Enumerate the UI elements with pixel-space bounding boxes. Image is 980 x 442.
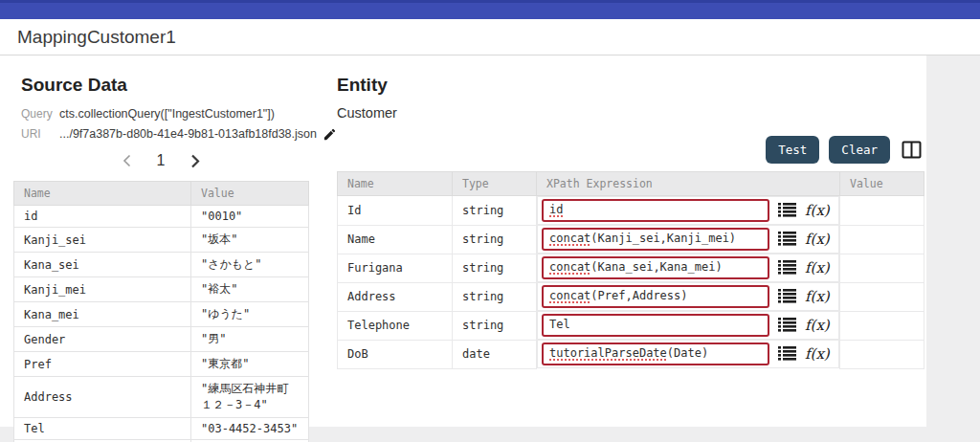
entity-value-cell (840, 196, 924, 226)
xpath-expression-input[interactable]: Tel (542, 314, 769, 337)
main-panel: Source Data Query cts.collectionQuery(["… (0, 55, 926, 427)
entity-property-name: Furigana (338, 254, 453, 282)
entity-property-name: Address (338, 282, 453, 311)
function-picker-icon[interactable]: f(x) (805, 345, 830, 363)
source-field-name: Tel (14, 418, 191, 440)
xpath-cell: idf(x) (537, 196, 839, 225)
uri-row: URI .../9f7a387b-d80b-41e4-9b81-013afb18… (21, 125, 309, 143)
entity-panel: Entity Customer Test Clear Name Type XPa… (337, 69, 924, 427)
app-header-bar (0, 0, 980, 19)
source-field-name: Pref (14, 352, 191, 377)
entity-property-name: DoB (338, 340, 453, 368)
source-field-value: "ゆうた" (191, 302, 309, 327)
table-row: Gender"男" (14, 327, 309, 352)
entity-name: Customer (337, 105, 924, 121)
table-row: Kanji_sei"坂本" (14, 228, 309, 253)
function-picker-icon[interactable]: f(x) (805, 231, 830, 248)
source-fields-list-icon[interactable] (778, 260, 796, 276)
entity-col-name: Name (338, 172, 453, 196)
edit-uri-icon[interactable] (323, 127, 337, 142)
table-row: DoBdatetutorialParseDate(Date)f(x) (338, 340, 924, 368)
source-field-name: Kanji_sei (14, 228, 191, 253)
entity-property-name: Telephone (338, 311, 453, 340)
source-data-panel: Source Data Query cts.collectionQuery(["… (13, 69, 309, 427)
entity-toolbar: Test Clear (337, 136, 922, 164)
source-field-value: "裕太" (191, 277, 309, 302)
entity-property-type: date (453, 340, 537, 368)
table-row: Address"練馬区石神井町１２－3－4" (14, 377, 309, 418)
uri-label: URI (21, 125, 59, 143)
table-row: Furiganastringconcat(Kana_sei,Kana_mei)f… (338, 254, 924, 282)
table-row: Tel"03-4452-3453" (14, 418, 309, 440)
entity-property-name: Id (338, 196, 453, 226)
pagination: 1 (13, 148, 309, 173)
query-row: Query cts.collectionQuery(["IngestCustom… (21, 105, 309, 122)
entity-value-cell (840, 282, 924, 311)
table-row: Pref"東京都" (14, 352, 309, 377)
xpath-cell: concat(Pref,Address)f(x) (537, 282, 839, 311)
entity-property-type: string (453, 196, 537, 226)
xpath-cell: concat(Kanji_sei,Kanji_mei)f(x) (537, 225, 839, 254)
source-field-value: "男" (191, 327, 309, 352)
function-picker-icon[interactable]: f(x) (805, 288, 830, 305)
entity-table: Name Type XPath Expression Value Idstrin… (337, 171, 924, 369)
table-row: Kanji_mei"裕太" (14, 277, 309, 302)
table-row: Kana_sei"さかもと" (14, 253, 309, 277)
source-field-value: "東京都" (191, 352, 309, 377)
function-picker-icon[interactable]: f(x) (805, 259, 830, 276)
test-button[interactable]: Test (766, 136, 819, 164)
next-page-icon[interactable] (189, 153, 201, 169)
source-fields-list-icon[interactable] (778, 203, 796, 218)
entity-property-type: string (453, 254, 537, 282)
xpath-expression-input[interactable]: concat(Kanji_sei,Kanji_mei) (542, 228, 769, 251)
table-row: Namestringconcat(Kanji_sei,Kanji_mei)f(x… (338, 225, 924, 254)
entity-col-xpath: XPath Expression (537, 172, 840, 196)
toggle-columns-icon[interactable] (902, 141, 922, 159)
xpath-expression-input[interactable]: concat(Pref,Address) (542, 285, 769, 308)
entity-property-name: Name (338, 225, 453, 254)
xpath-expression-input[interactable]: concat(Kana_sei,Kana_mei) (542, 256, 769, 279)
table-row: id"0010" (14, 206, 309, 228)
xpath-expression-input[interactable]: id (542, 199, 769, 222)
source-fields-list-icon[interactable] (778, 346, 796, 362)
entity-heading: Entity (337, 75, 924, 96)
source-fields-list-icon[interactable] (778, 289, 796, 304)
source-table: Name Value id"0010"Kanji_sei"坂本"Kana_sei… (13, 181, 309, 442)
source-fields-list-icon[interactable] (778, 318, 796, 333)
source-field-value: "坂本" (191, 228, 309, 253)
source-data-heading: Source Data (21, 75, 309, 96)
source-col-name: Name (14, 182, 191, 206)
entity-col-value: Value (840, 172, 924, 196)
source-col-value: Value (191, 182, 309, 206)
prev-page-icon[interactable] (122, 153, 132, 168)
query-label: Query (21, 105, 59, 122)
source-field-value: "0010" (191, 206, 309, 228)
uri-value: .../9f7a387b-d80b-41e4-9b81-013afb18fd38… (59, 125, 317, 143)
xpath-cell: concat(Kana_sei,Kana_mei)f(x) (537, 254, 839, 282)
entity-value-cell (840, 225, 924, 254)
page-title: MappingCustomer1 (17, 27, 176, 48)
entity-property-type: string (453, 225, 537, 254)
source-table-header: Name Value (14, 182, 309, 206)
source-field-value: "練馬区石神井町１２－3－4" (191, 377, 309, 418)
current-page: 1 (157, 152, 166, 169)
table-row: TelephonestringTelf(x) (338, 311, 924, 340)
xpath-expression-input[interactable]: tutorialParseDate(Date) (542, 343, 769, 365)
clear-button[interactable]: Clear (829, 136, 890, 164)
xpath-cell: tutorialParseDate(Date)f(x) (537, 340, 839, 368)
entity-property-type: string (453, 311, 537, 340)
source-field-value: "さかもと" (191, 253, 309, 277)
entity-value-cell (840, 254, 924, 282)
source-fields-list-icon[interactable] (778, 232, 796, 247)
source-field-name: Kana_sei (14, 253, 191, 277)
title-bar: MappingCustomer1 (0, 19, 980, 55)
source-field-name: Gender (14, 327, 191, 352)
query-value: cts.collectionQuery(["IngestCustomer1"]) (59, 105, 275, 122)
function-picker-icon[interactable]: f(x) (805, 317, 830, 334)
entity-value-cell (840, 340, 924, 368)
function-picker-icon[interactable]: f(x) (805, 202, 830, 219)
table-row: Kana_mei"ゆうた" (14, 302, 309, 327)
xpath-cell: Telf(x) (537, 311, 839, 340)
source-field-name: id (14, 206, 191, 228)
entity-col-type: Type (453, 172, 537, 196)
